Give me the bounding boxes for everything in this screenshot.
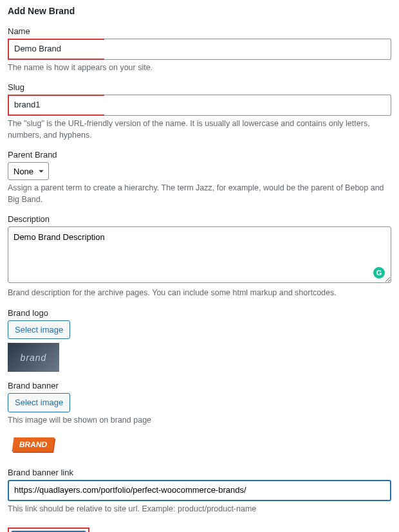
name-help: The name is how it appears on your site. bbox=[8, 62, 391, 74]
description-textarea[interactable]: Demo Brand Description bbox=[8, 226, 391, 283]
logo-label: Brand logo bbox=[8, 308, 391, 318]
logo-field: Brand logo Select image brand bbox=[8, 308, 391, 372]
banner-field: Brand banner Select image This image wil… bbox=[8, 381, 391, 459]
banner-link-help: This link should be relative to site url… bbox=[8, 504, 391, 515]
description-field: Description Demo Brand Description G Bra… bbox=[8, 214, 391, 299]
banner-label: Brand banner bbox=[8, 381, 391, 390]
logo-preview[interactable]: brand bbox=[8, 343, 59, 372]
banner-help: This image will be shown on brand page bbox=[8, 415, 391, 427]
banner-link-label: Brand banner link bbox=[8, 468, 391, 477]
parent-label: Parent Brand bbox=[8, 150, 391, 160]
parent-select[interactable]: None bbox=[8, 162, 49, 180]
name-field: Name Demo Brand The name is how it appea… bbox=[8, 26, 391, 73]
parent-field: Parent Brand None Assign a parent term t… bbox=[8, 150, 391, 205]
select-logo-button[interactable]: Select image bbox=[8, 320, 70, 340]
slug-input-rest[interactable] bbox=[104, 95, 391, 116]
banner-badge-text: BRAND bbox=[12, 437, 55, 452]
slug-help: The "slug" is the URL-friendly version o… bbox=[8, 118, 391, 141]
slug-input[interactable]: brand1 bbox=[8, 95, 104, 116]
description-label: Description bbox=[8, 214, 391, 224]
page-title: Add New Brand bbox=[8, 6, 391, 16]
slug-label: Slug bbox=[8, 82, 391, 92]
description-help: Brand description for the archive pages.… bbox=[8, 288, 391, 299]
banner-link-field: Brand banner link This link should be re… bbox=[8, 468, 391, 515]
slug-field: Slug brand1 The "slug" is the URL-friend… bbox=[8, 82, 391, 141]
name-label: Name bbox=[8, 26, 391, 36]
name-input[interactable]: Demo Brand bbox=[8, 39, 104, 60]
submit-highlight: Add New Brand bbox=[8, 527, 89, 532]
banner-preview[interactable]: BRAND bbox=[8, 430, 59, 459]
name-input-rest[interactable] bbox=[104, 39, 391, 60]
select-banner-button[interactable]: Select image bbox=[8, 393, 70, 412]
parent-help: Assign a parent term to create a hierarc… bbox=[8, 183, 391, 205]
banner-link-input[interactable] bbox=[8, 480, 391, 501]
